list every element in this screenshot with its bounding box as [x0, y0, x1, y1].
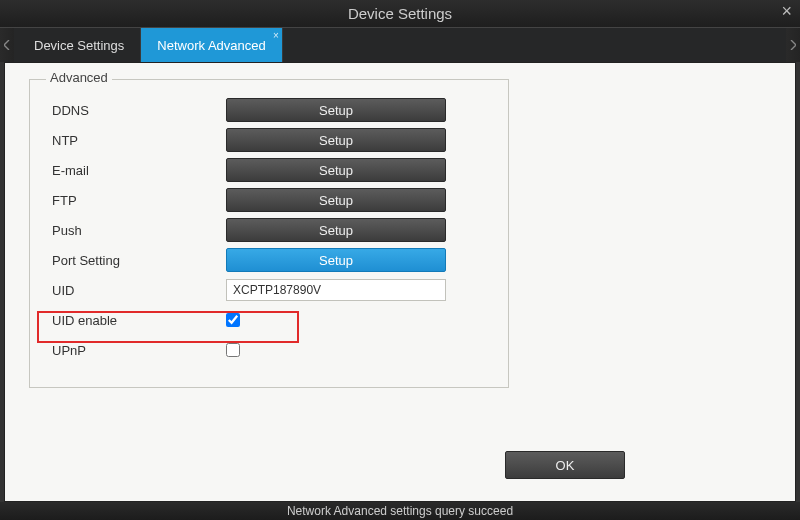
- status-text: Network Advanced settings query succeed: [287, 504, 513, 518]
- setup-email-button[interactable]: Setup: [226, 158, 446, 182]
- label-ddns: DDNS: [46, 103, 226, 118]
- setup-ddns-button[interactable]: Setup: [226, 98, 446, 122]
- ok-button[interactable]: OK: [505, 451, 625, 479]
- label-port-setting: Port Setting: [46, 253, 226, 268]
- uid-enable-checkbox[interactable]: [226, 313, 240, 327]
- row-uid-enable: UID enable: [46, 305, 482, 335]
- label-push: Push: [46, 223, 226, 238]
- advanced-group: Advanced DDNS Setup NTP Setup E-mail Set…: [29, 79, 509, 388]
- setup-ntp-button[interactable]: Setup: [226, 128, 446, 152]
- setup-push-button[interactable]: Setup: [226, 218, 446, 242]
- row-ddns: DDNS Setup: [46, 95, 482, 125]
- row-push: Push Setup: [46, 215, 482, 245]
- tab-row: Device Settings Network Advanced ×: [0, 28, 800, 62]
- setup-port-button[interactable]: Setup: [226, 248, 446, 272]
- row-ftp: FTP Setup: [46, 185, 482, 215]
- close-icon[interactable]: ×: [781, 2, 792, 20]
- label-uid-enable: UID enable: [46, 313, 226, 328]
- label-ntp: NTP: [46, 133, 226, 148]
- label-upnp: UPnP: [46, 343, 226, 358]
- title-bar: Device Settings ×: [0, 0, 800, 28]
- setup-ftp-button[interactable]: Setup: [226, 188, 446, 212]
- tab-close-icon[interactable]: ×: [273, 30, 279, 41]
- upnp-checkbox[interactable]: [226, 343, 240, 357]
- label-ftp: FTP: [46, 193, 226, 208]
- ok-bar: OK: [505, 451, 625, 479]
- group-legend: Advanced: [46, 70, 112, 85]
- window-title: Device Settings: [348, 5, 452, 22]
- row-ntp: NTP Setup: [46, 125, 482, 155]
- chevron-right-icon: [790, 40, 796, 50]
- content-area: Advanced DDNS Setup NTP Setup E-mail Set…: [4, 62, 796, 502]
- label-email: E-mail: [46, 163, 226, 178]
- row-uid: UID XCPTP187890V: [46, 275, 482, 305]
- tab-label: Network Advanced: [157, 38, 265, 53]
- tabs-scroll-right[interactable]: [786, 28, 800, 62]
- status-bar: Network Advanced settings query succeed: [0, 502, 800, 520]
- row-port-setting: Port Setting Setup: [46, 245, 482, 275]
- tab-label: Device Settings: [34, 38, 124, 53]
- tabs-scroll-left[interactable]: [0, 28, 14, 62]
- tab-network-advanced[interactable]: Network Advanced ×: [141, 28, 282, 62]
- label-uid: UID: [46, 283, 226, 298]
- row-upnp: UPnP: [46, 335, 482, 365]
- uid-value-field: XCPTP187890V: [226, 279, 446, 301]
- row-email: E-mail Setup: [46, 155, 482, 185]
- chevron-left-icon: [4, 40, 10, 50]
- tab-device-settings[interactable]: Device Settings: [18, 28, 141, 62]
